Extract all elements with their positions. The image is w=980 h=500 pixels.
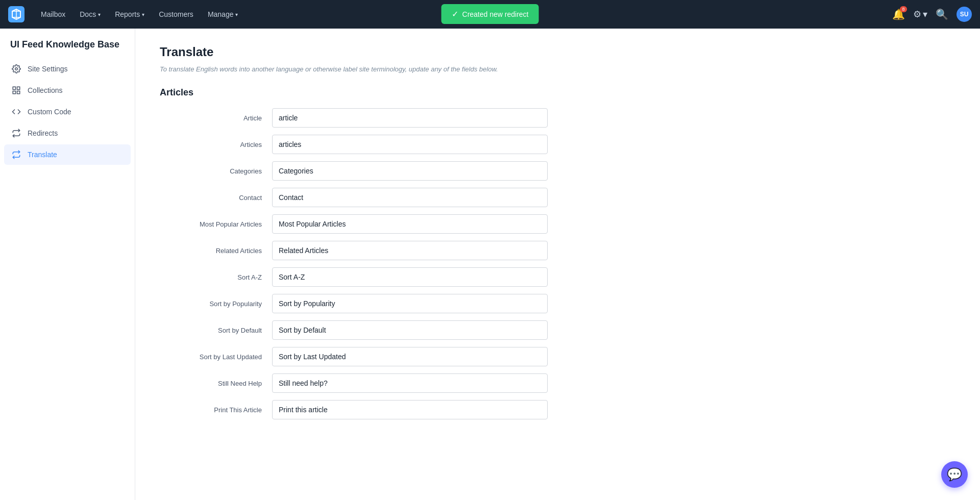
page-title: Translate (160, 45, 955, 59)
section-title: Articles (160, 87, 955, 98)
form-input-still-need-help[interactable] (272, 373, 548, 393)
form-input-print-this-article[interactable] (272, 400, 548, 419)
form-row: Sort by Default (160, 320, 548, 340)
notification-badge: 8 (900, 6, 907, 12)
sidebar-item-custom-code[interactable]: Custom Code (4, 102, 131, 122)
main-content: Translate To translate English words int… (135, 29, 980, 500)
translate-icon (11, 149, 21, 160)
form-row: Related Articles (160, 241, 548, 260)
chat-icon: 💬 (947, 467, 962, 482)
form-input-articles[interactable] (272, 135, 548, 154)
form-label: Sort by Default (160, 327, 272, 334)
form-label: Sort A-Z (160, 273, 272, 281)
form-label: Still Need Help (160, 380, 272, 387)
chat-bubble-button[interactable]: 💬 (941, 461, 968, 488)
sidebar-item-label: Site Settings (28, 65, 68, 73)
sidebar-item-collections[interactable]: Collections (4, 80, 131, 101)
code-icon (11, 107, 21, 117)
avatar-initials: SU (960, 11, 969, 18)
nav-docs[interactable]: Docs ▾ (74, 7, 107, 21)
toast-message: Created new redirect (462, 10, 529, 18)
sidebar-item-site-settings[interactable]: Site Settings (4, 59, 131, 79)
svg-rect-3 (17, 87, 20, 90)
form-row: Categories (160, 161, 548, 181)
topnav-right: 🔔 8 ⚙ ▾ 🔍 SU (892, 7, 972, 22)
form-input-related-articles[interactable] (272, 241, 548, 260)
form-row: Most Popular Articles (160, 214, 548, 234)
nav-customers[interactable]: Customers (153, 7, 200, 21)
form-label: Sort by Last Updated (160, 353, 272, 361)
form-row: Sort by Last Updated (160, 347, 548, 366)
form-label: Articles (160, 141, 272, 148)
form-input-contact[interactable] (272, 188, 548, 207)
form-row: Still Need Help (160, 373, 548, 393)
form-input-sort-a-z[interactable] (272, 267, 548, 287)
docs-chevron-icon: ▾ (98, 12, 101, 17)
gear-chevron-icon: ▾ (923, 9, 927, 20)
form-input-sort-by-popularity[interactable] (272, 294, 548, 313)
form-input-most-popular-articles[interactable] (272, 214, 548, 234)
sidebar-brand: UI Feed Knowledge Base (0, 29, 135, 59)
form-label: Categories (160, 167, 272, 175)
sidebar-nav: Site Settings Collections Custom Code Re… (0, 59, 135, 165)
app-logo[interactable] (8, 6, 24, 22)
toast-check-icon: ✓ (452, 9, 458, 19)
settings-button[interactable]: ⚙ ▾ (913, 9, 927, 20)
form-row: Articles (160, 135, 548, 154)
svg-rect-2 (13, 87, 15, 90)
toast-notification: ✓ Created new redirect (442, 4, 539, 24)
sidebar-item-label: Translate (28, 151, 57, 159)
sidebar-item-label: Collections (28, 86, 62, 94)
form-label: Related Articles (160, 247, 272, 255)
manage-chevron-icon: ▾ (235, 12, 238, 17)
form-label: Article (160, 114, 272, 122)
translate-form: ArticleArticlesCategoriesContactMost Pop… (160, 108, 548, 419)
sidebar-item-translate[interactable]: Translate (4, 144, 131, 165)
form-input-sort-by-last-updated[interactable] (272, 347, 548, 366)
sidebar-item-redirects[interactable]: Redirects (4, 123, 131, 143)
collections-icon (11, 85, 21, 95)
settings-icon (11, 64, 21, 74)
topnav: Mailbox Docs ▾ Reports ▾ Customers Manag… (0, 0, 980, 29)
redirects-icon (11, 128, 21, 138)
svg-rect-5 (17, 91, 20, 94)
form-input-article[interactable] (272, 108, 548, 128)
gear-icon: ⚙ (913, 9, 921, 20)
form-row: Print This Article (160, 400, 548, 419)
reports-chevron-icon: ▾ (142, 12, 144, 17)
sidebar: UI Feed Knowledge Base Site Settings Col… (0, 29, 135, 500)
form-input-sort-by-default[interactable] (272, 320, 548, 340)
svg-rect-4 (13, 91, 15, 94)
notifications-button[interactable]: 🔔 8 (892, 8, 905, 20)
form-input-categories[interactable] (272, 161, 548, 181)
form-label: Print This Article (160, 406, 272, 414)
page-description: To translate English words into another … (160, 65, 955, 73)
form-label: Sort by Popularity (160, 300, 272, 308)
form-row: Sort by Popularity (160, 294, 548, 313)
form-label: Contact (160, 194, 272, 202)
search-button[interactable]: 🔍 (936, 8, 948, 20)
layout: UI Feed Knowledge Base Site Settings Col… (0, 29, 980, 500)
sidebar-item-label: Redirects (28, 129, 58, 137)
avatar[interactable]: SU (957, 7, 972, 22)
sidebar-item-label: Custom Code (28, 108, 71, 116)
nav-manage[interactable]: Manage ▾ (202, 7, 244, 21)
form-row: Contact (160, 188, 548, 207)
form-row: Sort A-Z (160, 267, 548, 287)
svg-point-1 (15, 68, 18, 70)
nav-reports[interactable]: Reports ▾ (109, 7, 151, 21)
search-icon: 🔍 (936, 8, 948, 20)
nav-mailbox[interactable]: Mailbox (35, 7, 71, 21)
form-label: Most Popular Articles (160, 220, 272, 228)
form-row: Article (160, 108, 548, 128)
